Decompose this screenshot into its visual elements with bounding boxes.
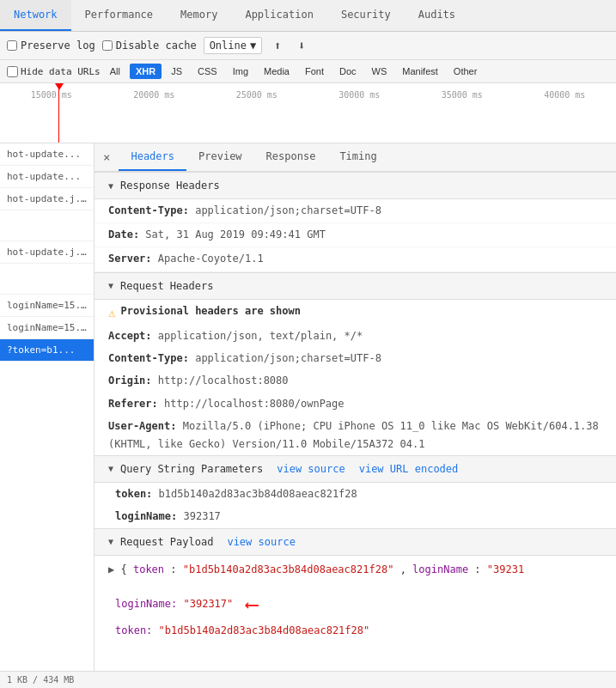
token-param-val: b1d5b140a2d83ac3b84d08aeac821f28 — [159, 488, 357, 500]
upload-button[interactable]: ⬆ — [269, 37, 286, 54]
filter-other[interactable]: Other — [448, 64, 484, 79]
payload-loginname-row: loginName: "392317" ⟵ — [115, 588, 595, 622]
section-toggle-req-icon[interactable]: ▼ — [108, 281, 113, 290]
view-source-link[interactable]: view source — [277, 463, 345, 475]
response-headers-section: ▼ Response Headers — [95, 172, 616, 199]
request-payload-label: Request Payload — [120, 536, 213, 548]
payload-tree-toggle[interactable]: ▶ — [108, 563, 114, 575]
list-item[interactable] — [0, 210, 94, 241]
tab-network[interactable]: Network — [0, 0, 71, 31]
list-item[interactable]: hot-update.j... — [0, 188, 94, 210]
bottom-bar-text: 1 KB / 434 MB — [7, 675, 74, 682]
details-panel: × Headers Preview Response Timing ▼ Resp… — [95, 143, 616, 682]
view-url-encoded-link[interactable]: view URL encoded — [359, 463, 459, 475]
referer-row: Referer: http://localhost:8080/ownPage — [95, 393, 616, 415]
hide-data-urls-checkbox[interactable] — [7, 66, 18, 77]
tab-performance[interactable]: Performance — [71, 0, 167, 31]
payload-tree: loginName: "392317" ⟵ token: "b1d5b140a2… — [95, 584, 616, 643]
list-item[interactable]: hot-update.j... — [0, 241, 94, 264]
tab-timing[interactable]: Timing — [327, 143, 388, 171]
loginname-param-row: loginName: 392317 — [95, 505, 616, 527]
section-toggle-payload-icon[interactable]: ▼ — [108, 537, 113, 546]
tab-audits[interactable]: Audits — [405, 0, 469, 31]
tab-response[interactable]: Response — [254, 143, 328, 171]
close-icon[interactable]: × — [95, 143, 119, 171]
filter-manifest[interactable]: Manifest — [396, 64, 444, 79]
section-toggle-icon[interactable]: ▼ — [108, 181, 113, 191]
tab-memory[interactable]: Memory — [167, 0, 231, 31]
payload-view-source-link[interactable]: view source — [227, 536, 295, 548]
token-param-row: token: b1d5b140a2d83ac3b84d08aeac821f28 — [95, 483, 616, 505]
payload-colon-2: : — [474, 563, 486, 575]
filter-css[interactable]: CSS — [192, 64, 223, 79]
disable-cache-wrap: Disable cache — [102, 40, 197, 52]
filter-xhr[interactable]: XHR — [130, 64, 162, 79]
disable-cache-label: Disable cache — [116, 40, 197, 52]
filter-bar: Hide data URLs All XHR JS CSS Img Media … — [0, 60, 616, 83]
filter-media[interactable]: Media — [258, 64, 296, 79]
date-row: Date: Sat, 31 Aug 2019 09:49:41 GMT — [95, 223, 616, 247]
section-toggle-query-icon[interactable]: ▼ — [108, 464, 113, 473]
payload-loginname-inline-val: "39231 — [487, 563, 524, 575]
accept-val: application/json, text/plain, */* — [158, 330, 363, 342]
list-item[interactable]: hot-update... — [0, 166, 94, 188]
date-key: Date: — [108, 228, 139, 240]
tab-application[interactable]: Application — [231, 0, 326, 31]
payload-content: ▶ { token : "b1d5b140a2d83ac3b84d08aeac8… — [95, 556, 616, 585]
content-type-row: Content-Type: application/json;charset=U… — [95, 199, 616, 223]
origin-row: Origin: http://localhost:8080 — [95, 369, 616, 392]
timeline-label-1: 20000 ms — [103, 90, 206, 100]
file-list: hot-update... hot-update... hot-update.j… — [0, 143, 95, 682]
query-params-label: Query String Parameters — [120, 463, 263, 475]
download-button[interactable]: ⬇ — [293, 37, 310, 54]
list-item[interactable]: loginName=15... — [0, 295, 94, 317]
timeline-label-3: 30000 ms — [308, 90, 412, 100]
origin-val: http://localhost:8080 — [158, 374, 289, 387]
list-item[interactable]: loginName=15... — [0, 317, 94, 339]
filter-font[interactable]: Font — [299, 64, 330, 79]
date-val: Sat, 31 Aug 2019 09:49:41 GMT — [145, 228, 326, 240]
request-headers-label: Request Headers — [120, 280, 213, 292]
payload-brace-open: { — [120, 563, 126, 575]
timeline: 15000 ms 20000 ms 25000 ms 30000 ms 3500… — [0, 83, 616, 143]
req-content-type-key: Content-Type: — [108, 352, 189, 364]
disable-cache-checkbox[interactable] — [102, 40, 113, 51]
tab-security[interactable]: Security — [327, 0, 405, 31]
list-item[interactable]: hot-update... — [0, 143, 94, 166]
hide-data-urls-wrap: Hide data URLs — [7, 66, 101, 77]
filter-doc[interactable]: Doc — [333, 64, 363, 79]
filter-js[interactable]: JS — [165, 64, 188, 79]
online-label: Online — [210, 40, 247, 52]
arrow-icon: ⟵ — [247, 588, 258, 622]
preserve-log-checkbox[interactable] — [7, 40, 17, 51]
referer-key: Referer: — [108, 398, 158, 410]
user-agent-row: User-Agent: Mozilla/5.0 (iPhone; CPU iPh… — [95, 415, 616, 455]
loginname-param-val: 392317 — [183, 510, 220, 522]
tab-headers[interactable]: Headers — [119, 143, 186, 171]
payload-token-inline-val: "b1d5b140a2d83ac3b84d08aeac821f28" — [183, 563, 394, 575]
list-item[interactable] — [0, 264, 94, 295]
payload-loginname-tree-key: loginName: — [115, 599, 177, 611]
payload-token-row: token: "b1d5b140a2d83ac3b84d08aeac821f28… — [115, 622, 595, 641]
origin-key: Origin: — [108, 374, 152, 387]
timeline-labels: 15000 ms 20000 ms 25000 ms 30000 ms 3500… — [0, 87, 616, 103]
server-key: Server: — [108, 253, 152, 265]
server-val: Apache-Coyote/1.1 — [158, 253, 264, 265]
warning-icon: ⚠ — [108, 306, 115, 320]
request-headers-section: ▼ Request Headers — [95, 272, 616, 300]
timeline-label-0: 15000 ms — [0, 90, 103, 100]
preserve-log-wrap: Preserve log — [7, 40, 95, 52]
timeline-label-5: 40000 ms — [514, 90, 617, 100]
online-dropdown[interactable]: Online ▼ — [204, 37, 263, 54]
chevron-down-icon: ▼ — [250, 40, 256, 52]
server-row: Server: Apache-Coyote/1.1 — [95, 247, 616, 271]
filter-img[interactable]: Img — [227, 64, 254, 79]
query-params-section: ▼ Query String Parameters view source vi… — [95, 455, 616, 483]
toolbar: Preserve log Disable cache Online ▼ ⬆ ⬇ — [0, 32, 616, 60]
list-item-selected[interactable]: ?token=b1... — [0, 339, 94, 362]
req-content-type-row: Content-Type: application/json;charset=U… — [95, 347, 616, 369]
tab-preview[interactable]: Preview — [186, 143, 254, 171]
filter-ws[interactable]: WS — [366, 64, 393, 79]
headers-content: ▼ Response Headers Content-Type: applica… — [95, 172, 616, 643]
filter-all[interactable]: All — [104, 64, 126, 79]
